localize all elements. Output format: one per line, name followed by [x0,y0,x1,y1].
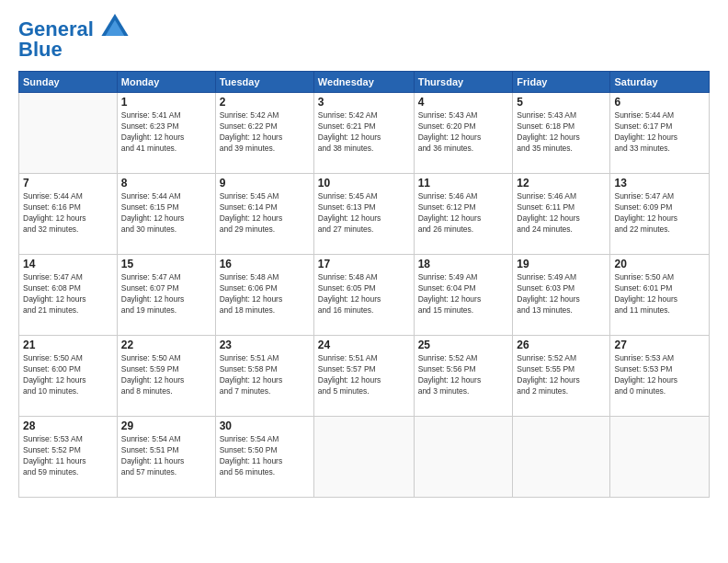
calendar-cell: 11Sunrise: 5:46 AMSunset: 6:12 PMDayligh… [414,174,513,255]
day-number: 23 [220,339,310,351]
header: General Blue [18,14,710,62]
calendar-cell: 10Sunrise: 5:45 AMSunset: 6:13 PMDayligh… [313,174,414,255]
day-info: Sunrise: 5:46 AMSunset: 6:12 PMDaylight:… [418,191,509,236]
day-number: 17 [318,258,410,270]
day-info: Sunrise: 5:43 AMSunset: 6:20 PMDaylight:… [418,110,509,155]
calendar-cell: 2Sunrise: 5:42 AMSunset: 6:22 PMDaylight… [215,93,313,174]
day-number: 27 [614,339,705,351]
day-info: Sunrise: 5:47 AMSunset: 6:07 PMDaylight:… [121,272,211,316]
calendar: SundayMondayTuesdayWednesdayThursdayFrid… [18,71,710,498]
calendar-week-row: 7Sunrise: 5:44 AMSunset: 6:16 PMDaylight… [19,174,710,255]
day-info: Sunrise: 5:47 AMSunset: 6:09 PMDaylight:… [614,191,705,236]
calendar-cell: 20Sunrise: 5:50 AMSunset: 6:01 PMDayligh… [610,255,710,336]
day-number: 14 [23,258,113,270]
day-info: Sunrise: 5:50 AMSunset: 5:59 PMDaylight:… [121,353,211,397]
day-number: 9 [220,177,310,190]
logo-blue: Blue [18,38,129,62]
day-info: Sunrise: 5:42 AMSunset: 6:21 PMDaylight:… [318,110,410,155]
day-info: Sunrise: 5:45 AMSunset: 6:13 PMDaylight:… [318,191,410,236]
calendar-cell: 12Sunrise: 5:46 AMSunset: 6:11 PMDayligh… [513,174,610,255]
day-info: Sunrise: 5:53 AMSunset: 5:52 PMDaylight:… [23,434,113,478]
calendar-cell: 5Sunrise: 5:43 AMSunset: 6:18 PMDaylight… [513,93,610,174]
calendar-day-header: Friday [513,72,610,93]
calendar-cell: 21Sunrise: 5:50 AMSunset: 6:00 PMDayligh… [19,336,118,417]
calendar-cell [19,93,118,174]
day-number: 8 [121,177,211,190]
day-info: Sunrise: 5:44 AMSunset: 6:16 PMDaylight:… [23,191,113,236]
calendar-day-header: Tuesday [215,72,313,93]
calendar-cell: 13Sunrise: 5:47 AMSunset: 6:09 PMDayligh… [610,174,710,255]
calendar-day-header: Thursday [414,72,513,93]
calendar-day-header: Sunday [19,72,118,93]
day-info: Sunrise: 5:54 AMSunset: 5:51 PMDaylight:… [121,434,211,478]
calendar-cell: 27Sunrise: 5:53 AMSunset: 5:53 PMDayligh… [610,336,710,417]
day-info: Sunrise: 5:49 AMSunset: 6:04 PMDaylight:… [418,272,509,316]
day-info: Sunrise: 5:51 AMSunset: 5:58 PMDaylight:… [220,353,310,397]
logo-icon [101,14,129,36]
day-number: 19 [517,258,606,270]
day-number: 13 [614,177,705,190]
day-number: 15 [121,258,211,270]
calendar-cell: 18Sunrise: 5:49 AMSunset: 6:04 PMDayligh… [414,255,513,336]
day-number: 26 [517,339,606,351]
day-number: 2 [220,96,310,109]
day-info: Sunrise: 5:54 AMSunset: 5:50 PMDaylight:… [220,434,310,478]
day-info: Sunrise: 5:42 AMSunset: 6:22 PMDaylight:… [220,110,310,155]
day-number: 16 [220,258,310,270]
calendar-cell [313,417,414,498]
day-number: 7 [23,177,113,190]
calendar-cell: 28Sunrise: 5:53 AMSunset: 5:52 PMDayligh… [19,417,118,498]
day-number: 11 [418,177,509,190]
calendar-cell: 4Sunrise: 5:43 AMSunset: 6:20 PMDaylight… [414,93,513,174]
calendar-cell: 15Sunrise: 5:47 AMSunset: 6:07 PMDayligh… [117,255,215,336]
calendar-cell: 1Sunrise: 5:41 AMSunset: 6:23 PMDaylight… [117,93,215,174]
calendar-cell: 22Sunrise: 5:50 AMSunset: 5:59 PMDayligh… [117,336,215,417]
calendar-cell: 9Sunrise: 5:45 AMSunset: 6:14 PMDaylight… [215,174,313,255]
calendar-cell: 25Sunrise: 5:52 AMSunset: 5:56 PMDayligh… [414,336,513,417]
day-info: Sunrise: 5:48 AMSunset: 6:05 PMDaylight:… [318,272,410,316]
day-number: 28 [23,419,113,432]
calendar-cell: 19Sunrise: 5:49 AMSunset: 6:03 PMDayligh… [513,255,610,336]
calendar-day-header: Monday [117,72,215,93]
day-number: 30 [220,419,310,432]
calendar-cell: 6Sunrise: 5:44 AMSunset: 6:17 PMDaylight… [610,93,710,174]
day-number: 10 [318,177,410,190]
calendar-week-row: 14Sunrise: 5:47 AMSunset: 6:08 PMDayligh… [19,255,710,336]
day-number: 4 [418,96,509,109]
calendar-cell: 29Sunrise: 5:54 AMSunset: 5:51 PMDayligh… [117,417,215,498]
day-number: 1 [121,96,211,109]
calendar-cell: 24Sunrise: 5:51 AMSunset: 5:57 PMDayligh… [313,336,414,417]
day-info: Sunrise: 5:47 AMSunset: 6:08 PMDaylight:… [23,272,113,316]
day-info: Sunrise: 5:50 AMSunset: 6:00 PMDaylight:… [23,353,113,397]
calendar-cell: 26Sunrise: 5:52 AMSunset: 5:55 PMDayligh… [513,336,610,417]
calendar-cell: 14Sunrise: 5:47 AMSunset: 6:08 PMDayligh… [19,255,118,336]
calendar-cell: 3Sunrise: 5:42 AMSunset: 6:21 PMDaylight… [313,93,414,174]
day-number: 24 [318,339,410,351]
calendar-cell: 16Sunrise: 5:48 AMSunset: 6:06 PMDayligh… [215,255,313,336]
day-number: 25 [418,339,509,351]
calendar-cell [414,417,513,498]
calendar-week-row: 1Sunrise: 5:41 AMSunset: 6:23 PMDaylight… [19,93,710,174]
day-info: Sunrise: 5:52 AMSunset: 5:55 PMDaylight:… [517,353,606,397]
day-info: Sunrise: 5:46 AMSunset: 6:11 PMDaylight:… [517,191,606,236]
calendar-cell [610,417,710,498]
day-info: Sunrise: 5:41 AMSunset: 6:23 PMDaylight:… [121,110,211,155]
day-number: 18 [418,258,509,270]
calendar-cell: 30Sunrise: 5:54 AMSunset: 5:50 PMDayligh… [215,417,313,498]
day-info: Sunrise: 5:43 AMSunset: 6:18 PMDaylight:… [517,110,606,155]
day-number: 3 [318,96,410,109]
day-info: Sunrise: 5:53 AMSunset: 5:53 PMDaylight:… [614,353,705,397]
day-info: Sunrise: 5:48 AMSunset: 6:06 PMDaylight:… [220,272,310,316]
day-info: Sunrise: 5:49 AMSunset: 6:03 PMDaylight:… [517,272,606,316]
day-info: Sunrise: 5:50 AMSunset: 6:01 PMDaylight:… [614,272,705,316]
day-info: Sunrise: 5:44 AMSunset: 6:17 PMDaylight:… [614,110,705,155]
day-number: 21 [23,339,113,351]
day-number: 20 [614,258,705,270]
calendar-cell [513,417,610,498]
calendar-day-header: Wednesday [313,72,414,93]
calendar-cell: 8Sunrise: 5:44 AMSunset: 6:15 PMDaylight… [117,174,215,255]
calendar-week-row: 21Sunrise: 5:50 AMSunset: 6:00 PMDayligh… [19,336,710,417]
calendar-header-row: SundayMondayTuesdayWednesdayThursdayFrid… [19,72,710,93]
day-number: 22 [121,339,211,351]
page: General Blue SundayMondayTuesdayWednesda… [0,0,728,563]
